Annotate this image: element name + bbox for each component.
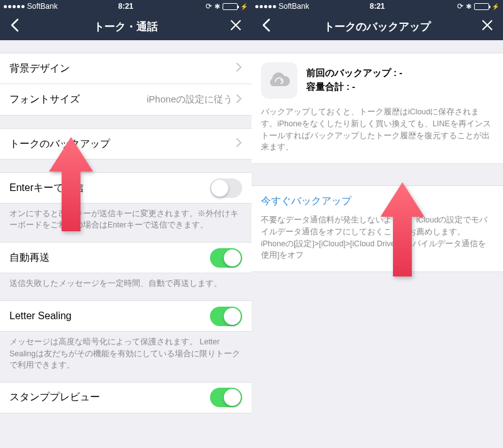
backup-description: バックアップしておくと、トーク履歴はiCloudに保存されます。iPhoneをな…	[252, 106, 503, 164]
row-label: スタンププレビュー	[9, 391, 210, 404]
cloud-icon	[261, 62, 297, 99]
close-icon	[230, 19, 241, 31]
row-label: Enterキーで送信	[9, 182, 210, 195]
note-auto-resend: 送信失敗したメッセージを一定時間、自動で再送します。	[0, 273, 252, 289]
row-label: 自動再送	[9, 251, 210, 265]
content: 背景デザイン フォントサイズ iPhoneの設定に従う トークのバックアップ	[0, 53, 252, 413]
battery-icon	[474, 3, 489, 10]
back-button[interactable]	[6, 16, 23, 37]
row-talk-backup[interactable]: トークのバックアップ	[0, 128, 252, 160]
page-title: トークのバックアップ	[252, 19, 503, 34]
row-enter-send: Enterキーで送信	[0, 172, 252, 204]
rotation-lock-icon: ⟳	[457, 2, 463, 11]
row-stamp-preview: スタンププレビュー	[0, 382, 252, 413]
content: 前回のバックアップ : - 容量合計 : - バックアップしておくと、トーク履歴…	[252, 53, 503, 272]
backup-now-note: 不要なデータ通信料が発生しないように、iCloudの設定でモバイルデータ通信をオ…	[252, 214, 503, 272]
chevron-right-icon	[236, 63, 242, 74]
close-button[interactable]	[478, 17, 497, 36]
toggle-auto-resend[interactable]	[210, 248, 242, 268]
row-background-design[interactable]: 背景デザイン	[0, 53, 252, 84]
toggle-stamp-preview[interactable]	[210, 388, 242, 407]
chevron-left-icon	[262, 18, 270, 32]
chevron-right-icon	[236, 94, 242, 106]
battery-icon	[223, 3, 238, 10]
close-button[interactable]	[226, 17, 245, 36]
toggle-enter-send[interactable]	[210, 178, 242, 198]
charging-icon: ⚡	[240, 3, 248, 10]
backup-now-button[interactable]: 今すぐバックアップ	[252, 185, 503, 214]
screen-left: SoftBank 8:21 ⟳ ✱ ⚡ トーク・通話 背景デザイン	[0, 0, 252, 448]
note-letter-sealing: メッセージは高度な暗号化によって保護されます。 Letter Sealingは友…	[0, 332, 252, 370]
last-backup-label: 前回のバックアップ : -	[306, 67, 402, 80]
row-label: 背景デザイン	[9, 62, 236, 75]
note-enter-send: オンにすると改行キーが送信キーに変更されます。※外付けキーボードをご利用の場合は…	[0, 204, 252, 231]
row-label: フォントサイズ	[9, 93, 146, 106]
screen-right: SoftBank 8:21 ⟳ ✱ ⚡ トークのバックアップ	[252, 0, 503, 448]
signal-dots-icon	[4, 5, 25, 8]
chevron-left-icon	[10, 18, 19, 32]
nav-bar: トーク・通話	[0, 13, 252, 40]
total-size-label: 容量合計 : -	[306, 80, 402, 94]
bluetooth-icon: ✱	[214, 3, 220, 11]
row-auto-resend: 自動再送	[0, 242, 252, 273]
row-label: Letter Sealing	[9, 310, 210, 322]
row-value: iPhoneの設定に従う	[146, 94, 233, 106]
rotation-lock-icon: ⟳	[206, 2, 212, 11]
close-icon	[482, 19, 493, 31]
signal-dots-icon	[255, 5, 276, 8]
chevron-right-icon	[236, 138, 242, 150]
status-bar: SoftBank 8:21 ⟳ ✱ ⚡	[252, 0, 503, 13]
row-letter-sealing: Letter Sealing	[0, 300, 252, 332]
bluetooth-icon: ✱	[466, 3, 472, 11]
back-button[interactable]	[258, 16, 274, 37]
row-label: トークのバックアップ	[9, 138, 236, 151]
backup-status: 前回のバックアップ : - 容量合計 : -	[252, 53, 503, 106]
toggle-letter-sealing[interactable]	[210, 307, 242, 326]
page-title: トーク・通話	[0, 19, 252, 34]
carrier-label: SoftBank	[27, 2, 58, 11]
charging-icon: ⚡	[492, 3, 499, 10]
nav-bar: トークのバックアップ	[252, 13, 503, 40]
status-bar: SoftBank 8:21 ⟳ ✱ ⚡	[0, 0, 252, 13]
carrier-label: SoftBank	[279, 2, 309, 11]
row-font-size[interactable]: フォントサイズ iPhoneの設定に従う	[0, 84, 252, 116]
